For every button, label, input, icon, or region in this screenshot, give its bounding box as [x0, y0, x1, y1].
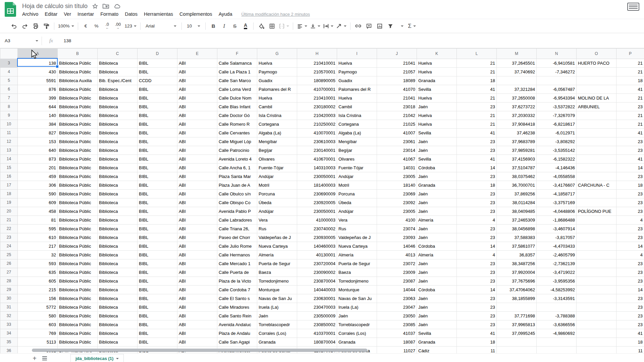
cell-K26[interactable]: Jaén	[417, 259, 457, 268]
cell-B35[interactable]: Biblioteca Públic	[58, 338, 98, 347]
cell-K18[interactable]: Jaén	[417, 190, 457, 198]
cell-J24[interactable]: 14046	[377, 242, 417, 251]
cell-H23[interactable]: 230930005	[297, 233, 337, 242]
cell-P4[interactable]: 21	[616, 68, 644, 76]
strikethrough-button[interactable]: S	[231, 22, 239, 31]
cell-N22[interactable]: -3,4607914	[537, 225, 577, 233]
cell-L23[interactable]: 23	[457, 233, 497, 242]
cell-E31[interactable]: ABI	[177, 303, 217, 312]
cell-C10[interactable]: Biblioteca	[98, 120, 138, 129]
cell-M30[interactable]: 38,1855899	[497, 294, 537, 303]
cell-D20[interactable]: BIBL	[138, 207, 177, 216]
cell-B24[interactable]: Biblioteca Públic	[58, 242, 98, 251]
cell-B23[interactable]: Biblioteca Públic	[58, 233, 98, 242]
cell-N32[interactable]: -3,788388	[537, 312, 577, 320]
cell-H11[interactable]: 410070001	[297, 129, 337, 137]
cell-L28[interactable]: 23	[457, 277, 497, 286]
cell-F9[interactable]: Calle Doctor Gó	[217, 111, 257, 120]
cell-K27[interactable]: Jaén	[417, 268, 457, 277]
row-header-6[interactable]: 6	[0, 85, 18, 94]
cell-K28[interactable]: Jaén	[417, 277, 457, 286]
cell-M12[interactable]: 37,9683789	[497, 137, 537, 146]
cell-K7[interactable]: Huelva	[417, 94, 457, 103]
cell-A23[interactable]: 610	[18, 233, 58, 242]
cell-C25[interactable]: Biblioteca	[98, 251, 138, 259]
cell-I32[interactable]: Jaén	[337, 312, 377, 320]
cell-N30[interactable]: -3,3143591	[537, 294, 577, 303]
cell-N26[interactable]: -2,7362139	[537, 259, 577, 268]
row-header-26[interactable]: 26	[0, 259, 18, 268]
cell-H14[interactable]: 410670001	[297, 155, 337, 164]
cell-O21[interactable]	[577, 216, 616, 225]
sheets-logo-icon[interactable]	[5, 2, 16, 17]
cell-L35[interactable]: 18	[457, 338, 497, 347]
zoom-select[interactable]: 100%	[58, 22, 74, 31]
row-header-7[interactable]: 7	[0, 94, 18, 103]
cell-E6[interactable]: ABI	[177, 85, 217, 94]
row-header-16[interactable]: 16	[0, 172, 18, 181]
cell-M32[interactable]: 37,771698	[497, 312, 537, 320]
cell-O20[interactable]: POLÍGONO PUE	[577, 207, 616, 216]
cell-I7[interactable]: Huelva	[337, 94, 377, 103]
cell-P15[interactable]: 14	[616, 164, 644, 172]
cell-A31[interactable]: 5772	[18, 303, 58, 312]
column-header-N[interactable]: N	[537, 49, 577, 59]
cell-M24[interactable]: 37,5861077	[497, 242, 537, 251]
cell-J23[interactable]: 23093	[377, 233, 417, 242]
cell-K11[interactable]: Sevilla	[417, 129, 457, 137]
cell-H35[interactable]: 180870004	[297, 338, 337, 347]
cell-P21[interactable]: 4	[616, 216, 644, 225]
cell-I27[interactable]: Baeza	[337, 268, 377, 277]
select-all-corner[interactable]	[0, 49, 18, 59]
cell-G31[interactable]: Iruela (La)	[257, 303, 297, 312]
increase-decimal-button[interactable]: .00→	[114, 22, 122, 31]
cell-M18[interactable]: 37,869256	[497, 190, 537, 198]
cell-G24[interactable]: Nueva Carteya	[257, 242, 297, 251]
cell-J16[interactable]: 23005	[377, 172, 417, 181]
cell-P26[interactable]: 23	[616, 259, 644, 268]
cell-E22[interactable]: ABI	[177, 225, 217, 233]
cell-G26[interactable]: Puerta de Segur	[257, 259, 297, 268]
cell-C7[interactable]: Biblioteca	[98, 94, 138, 103]
cell-M17[interactable]: 36,7000701	[497, 181, 537, 190]
cell-B15[interactable]: Biblioteca Públic	[58, 164, 98, 172]
cell-H25[interactable]: 40130001	[297, 251, 337, 259]
cell-B19[interactable]: Biblioteca Públic	[58, 198, 98, 207]
cell-I23[interactable]: Valdepeñas de J	[337, 233, 377, 242]
cell-P27[interactable]: 23	[616, 268, 644, 277]
cell-J35[interactable]: 18087	[377, 338, 417, 347]
cell-G28[interactable]: Torredonjimeno	[257, 277, 297, 286]
cell-K22[interactable]: Jaén	[417, 225, 457, 233]
cell-A26[interactable]: 593	[18, 259, 58, 268]
cell-E19[interactable]: ABI	[177, 198, 217, 207]
cell-P22[interactable]: 23	[616, 225, 644, 233]
cell-O6[interactable]	[577, 85, 616, 94]
cell-I17[interactable]: Motril	[337, 181, 377, 190]
cell-H13[interactable]: 230140001	[297, 146, 337, 155]
row-header-31[interactable]: 31	[0, 303, 18, 312]
cell-I11[interactable]: Algaba (La)	[337, 129, 377, 137]
star-icon[interactable]	[92, 3, 98, 9]
cell-K6[interactable]: Sevilla	[417, 85, 457, 94]
cell-B14[interactable]: Biblioteca Públic	[58, 155, 98, 164]
cell-O10[interactable]	[577, 120, 616, 129]
cell-H27[interactable]: 230090002	[297, 268, 337, 277]
cell-F24[interactable]: Calle Julio Rome	[217, 242, 257, 251]
cell-L22[interactable]: 23	[457, 225, 497, 233]
cell-G11[interactable]: Algaba (La)	[257, 129, 297, 137]
cell-L17[interactable]: 18	[457, 181, 497, 190]
cell-J9[interactable]: 21042	[377, 111, 417, 120]
cell-L32[interactable]: 23	[457, 312, 497, 320]
cell-E9[interactable]: ABI	[177, 111, 217, 120]
cell-I33[interactable]: Torreblascopedr	[337, 320, 377, 329]
cell-F19[interactable]: Calle Obispo Co	[217, 198, 257, 207]
cell-P34[interactable]: 41	[616, 329, 644, 338]
cell-F17[interactable]: Plaza Juan de A	[217, 181, 257, 190]
cell-B8[interactable]: Biblioteca Públic	[58, 103, 98, 111]
cell-P28[interactable]: 23	[616, 277, 644, 286]
cell-M16[interactable]: 38,0375462	[497, 172, 537, 181]
cell-D31[interactable]: BIBL	[138, 303, 177, 312]
cell-N15[interactable]: -4,146436	[537, 164, 577, 172]
row-header-5[interactable]: 5	[0, 76, 18, 85]
menu-herramientas[interactable]: Herramientas	[144, 11, 173, 17]
